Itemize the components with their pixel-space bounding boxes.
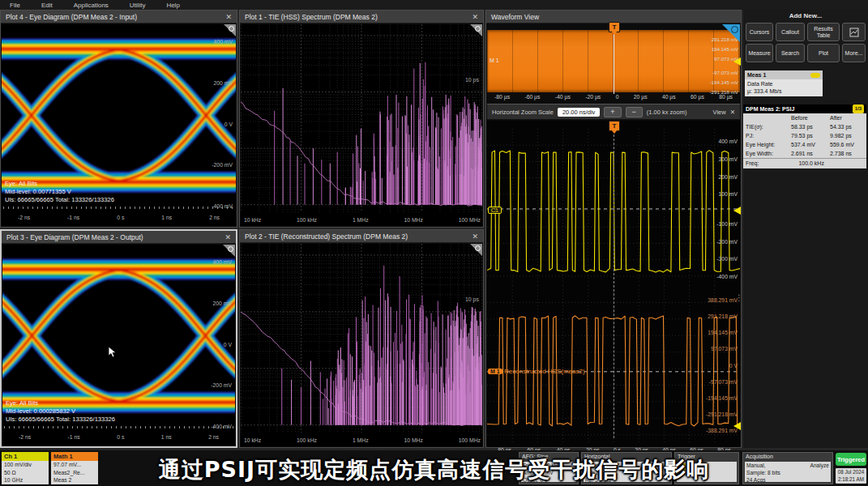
plot2-close-icon[interactable]: ✕: [472, 232, 478, 241]
results-table-button[interactable]: Results Table: [807, 23, 840, 41]
menu-item[interactable]: Edit: [41, 2, 53, 9]
waveform-overview[interactable]: M 1 T 291.218 mV194.145 mV97.073 mV-97.0…: [486, 23, 741, 104]
zoom-view-label: View: [713, 109, 726, 116]
plot3-close-icon[interactable]: ✕: [224, 233, 231, 241]
math-y-tick: 97.073 mV: [711, 346, 738, 352]
plot2-canvas[interactable]: 10 ps 10 kHz100 kHz1 MHz10 MHz100 MHz: [241, 244, 482, 446]
magnifier-icon: [731, 26, 738, 33]
y-tick-label: 200 mV: [214, 80, 233, 86]
dpm-page-badge[interactable]: 1/3: [853, 104, 864, 113]
eye-bits-label: Eye: All Bits: [5, 180, 114, 188]
ch1-setting: 100 mV/div: [4, 461, 46, 469]
x-tick-label: 2 ns: [209, 215, 220, 220]
measure-button[interactable]: Measure: [746, 44, 773, 62]
dpm-measurement-row: Eye Width:2.691 ns2.738 ns: [743, 149, 866, 158]
meas1-title: Meas 1: [747, 70, 766, 79]
menu-item[interactable]: Help: [166, 2, 179, 9]
zoom-out-button[interactable]: −: [626, 107, 643, 117]
subtitle-overlay: 通过PSIJ可实现定频点仿真高速信号受干扰信号的影响: [159, 455, 709, 484]
y-tick-label: 0 V: [224, 342, 232, 347]
magnifier-icon: [475, 245, 481, 251]
math-y-tick: -291.218 mV: [706, 411, 738, 417]
acquisition-panel[interactable]: Acquisition Manual, Analyze Sample: 8 bi…: [742, 452, 833, 484]
plot3-canvas[interactable]: 400 mV200 mV0 V-200 mV-400 mV Eye: All B…: [2, 245, 235, 446]
panel-splitter-handle[interactable]: ⋮: [735, 293, 743, 302]
cursors-button[interactable]: Cursors: [746, 23, 773, 41]
magnifier-icon: [475, 26, 481, 32]
eye-diagram-input: [2, 24, 236, 207]
menu-item[interactable]: File: [10, 2, 20, 9]
freq-tick-label: 1 MHz: [353, 437, 369, 443]
plot1-panel[interactable]: Plot 1 - TIE (HSS) Spectrum (DPM Meas 2)…: [239, 10, 484, 228]
x-axis-ruler: [4, 426, 233, 428]
overview-math-label: M 1: [490, 58, 499, 63]
plot4-canvas[interactable]: 400 mV200 mV0 V-200 mV-400 mV Eye: All B…: [2, 24, 236, 226]
plot1-close-icon[interactable]: ✕: [472, 13, 478, 21]
waveform-zoom-area[interactable]: T C1 M 1 Reconstructed HSS(meas2) 400 mV…: [486, 121, 741, 447]
overview-x-tick: 40 µs: [662, 94, 676, 100]
plot1-titlebar: Plot 1 - TIE (HSS) Spectrum (DPM Meas 2)…: [240, 11, 483, 23]
zoom-close-icon[interactable]: ✕: [730, 109, 735, 116]
triggered-indicator[interactable]: Triggered: [836, 453, 866, 466]
tie-reconstructed-spectrum: [241, 244, 482, 433]
add-new-buttons: Cursors Callout Results Table Measure Se…: [746, 23, 866, 62]
dpm-col-before: Before: [791, 113, 830, 122]
trigger-marker[interactable]: T: [609, 121, 620, 131]
math-offset-arrow-icon[interactable]: [733, 422, 741, 430]
overview-y-tick: 194.145 mV: [712, 46, 738, 52]
plot4-title: Plot 4 - Eye Diagram (DPM Meas 2 - Input…: [6, 13, 137, 21]
plot3-panel[interactable]: Plot 3 - Eye Diagram (DPM Meas 2 - Outpu…: [0, 229, 237, 448]
eye-bits-label: Eye: All Bits: [6, 399, 115, 407]
math-y-tick: 0 V: [729, 363, 738, 369]
menu-item[interactable]: Utility: [130, 2, 146, 9]
datetime-box: 08 Jul 2024 2:18:21 AM: [836, 468, 866, 484]
freq-tick-label: 1 MHz: [353, 217, 369, 223]
x-tick-label: -1 ns: [67, 215, 79, 220]
zoom-scale-value[interactable]: 20.00 ns/div: [558, 108, 600, 117]
ch1-y-tick: 400 mV: [719, 139, 738, 144]
trigger-marker[interactable]: T: [609, 22, 620, 32]
tie-hss-spectrum: [241, 24, 482, 212]
plot4-titlebar: Plot 4 - Eye Diagram (DPM Meas 2 - Input…: [1, 11, 237, 23]
math1-badge[interactable]: M 1: [488, 369, 502, 374]
zoom-in-button[interactable]: +: [604, 107, 621, 117]
mid-level-label: Mid-level: 0.000285832 V: [6, 407, 115, 416]
plot4-close-icon[interactable]: ✕: [225, 13, 232, 21]
ch1-badge[interactable]: C1: [488, 207, 502, 214]
ch1-ground-arrow-icon[interactable]: [733, 207, 741, 215]
x-tick-label: -2 ns: [18, 215, 30, 220]
meas1-badge-card[interactable]: Meas 1 Data Rate µ: 333.4 Mb/s: [745, 70, 823, 96]
math-y-tick: -194.145 mV: [706, 395, 738, 401]
overview-x-tick: 60 µs: [691, 94, 704, 100]
plot2-panel[interactable]: Plot 2 - TIE (Reconstructed) Spectrum (D…: [239, 229, 484, 448]
plot1-canvas[interactable]: 10 ps 10 kHz100 kHz1 MHz10 MHz100 MHz: [241, 24, 482, 226]
dpm-meas2-card[interactable]: DPM Meas 2: PSIJ 1/3 Before After TIE(σ)…: [743, 104, 866, 168]
act-on-event-button[interactable]: [842, 23, 866, 41]
callout-button[interactable]: Callout: [776, 23, 805, 41]
uis-label: UIs: 66665/66665 Total: 133326/133326: [6, 416, 115, 424]
math1-badge-title: Math 1: [51, 452, 98, 461]
math1-setting: Meas 2: [53, 476, 96, 484]
freq-tick-label: 10 MHz: [404, 437, 422, 443]
ch1-y-tick: -400 mV: [716, 274, 738, 279]
plot4-panel[interactable]: Plot 4 - Eye Diagram (DPM Meas 2 - Input…: [0, 10, 237, 228]
ch1-status-badge[interactable]: Ch 1 100 mV/div50 Ω10 GHz: [2, 452, 49, 484]
freq-tick-label: 100 kHz: [297, 437, 317, 443]
waveform-view-panel[interactable]: Waveform View M 1 T 291.218 mV194.145 mV…: [485, 10, 742, 448]
x-tick-label: 1 ns: [161, 215, 172, 220]
overview-x-tick: -60 µs: [524, 94, 540, 100]
menu-item[interactable]: Applications: [74, 2, 109, 9]
time-label: 2:18:21 AM: [836, 475, 866, 483]
math1-setting: Meas2_Re...: [53, 469, 96, 477]
math1-status-badge[interactable]: Math 1 97.07 mV...Meas2_Re...Meas 2: [51, 452, 98, 484]
reference-level-arrow-icon[interactable]: [733, 58, 741, 66]
more-button[interactable]: More...: [842, 44, 866, 62]
freq-tick-label: 100 MHz: [459, 217, 481, 223]
ch1-y-tick: -200 mV: [716, 239, 738, 245]
search-button[interactable]: Search: [776, 44, 805, 62]
acquisition-setting: 24 Acqs: [746, 476, 829, 484]
plot-button[interactable]: Plot: [807, 44, 840, 62]
dpm-rows: TIE(σ):58.33 ps54.33 psPJ:79.53 ps9.982 …: [743, 122, 866, 158]
chart-tool-icon: [849, 28, 859, 37]
ch1-setting: 10 GHz: [4, 476, 46, 484]
